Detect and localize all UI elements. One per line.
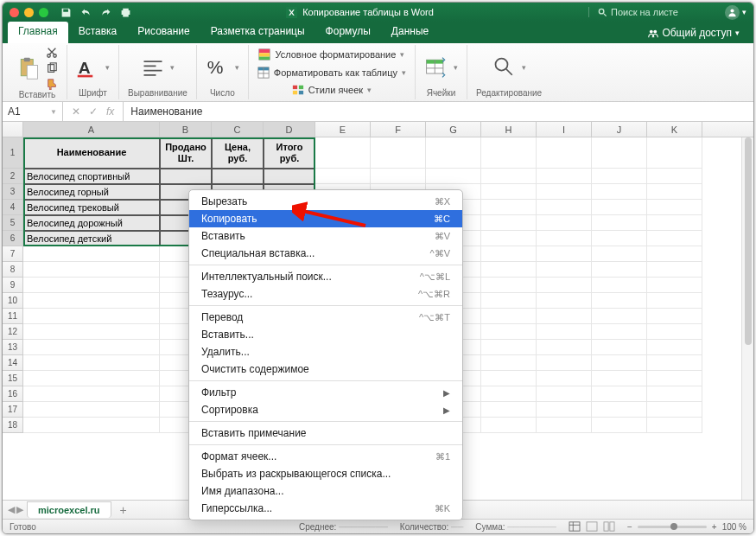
cell[interactable] (371, 137, 426, 169)
sheet-nav-prev[interactable]: ◀ (8, 504, 15, 515)
cell[interactable] (537, 309, 592, 324)
cancel-formula-button[interactable]: ✕ (72, 105, 80, 118)
cell[interactable] (647, 278, 702, 293)
cell[interactable] (23, 309, 160, 324)
column-header-F[interactable]: F (371, 122, 426, 137)
cell[interactable] (592, 371, 647, 386)
cell[interactable] (23, 418, 160, 433)
row-header[interactable]: 8 (3, 262, 23, 278)
cell[interactable] (537, 215, 592, 231)
column-header-G[interactable]: G (426, 122, 481, 137)
cell[interactable] (315, 137, 371, 169)
cell[interactable] (481, 340, 537, 355)
cell[interactable] (537, 340, 592, 355)
cell[interactable] (23, 278, 160, 293)
cell[interactable] (592, 137, 647, 169)
window-close-button[interactable] (10, 8, 19, 17)
cell[interactable] (647, 340, 702, 355)
cell[interactable] (537, 169, 592, 184)
confirm-formula-button[interactable]: ✓ (89, 105, 98, 118)
cell[interactable] (264, 169, 315, 184)
cell[interactable] (647, 137, 702, 169)
row-header[interactable]: 2 (3, 169, 23, 184)
context-menu-item[interactable]: Сортировка▶ (189, 401, 462, 418)
copy-icon[interactable] (46, 62, 58, 74)
redo-icon[interactable] (100, 7, 111, 18)
row-header[interactable]: 17 (3, 402, 23, 418)
cell[interactable] (537, 371, 592, 386)
cell[interactable] (537, 402, 592, 418)
cell[interactable] (537, 246, 592, 262)
cell[interactable] (592, 418, 647, 433)
row-header[interactable]: 15 (3, 371, 23, 386)
context-menu-item[interactable]: Интеллектуальный поиск...^⌥⌘L (189, 268, 462, 285)
cell[interactable] (592, 200, 647, 215)
row-header[interactable]: 3 (3, 184, 23, 200)
row-header[interactable]: 6 (3, 231, 23, 246)
cell[interactable] (23, 262, 160, 278)
context-menu-item[interactable]: Вставить⌘V (189, 227, 462, 245)
cell[interactable] (537, 200, 592, 215)
cell[interactable] (537, 262, 592, 278)
row-header[interactable]: 7 (3, 246, 23, 262)
cell[interactable]: Велосипед трековый (23, 200, 160, 215)
tab-data[interactable]: Данные (381, 22, 439, 43)
row-header[interactable]: 12 (3, 324, 23, 340)
cell[interactable]: Продано Шт. (160, 137, 212, 169)
cell[interactable] (592, 184, 647, 200)
window-maximize-button[interactable] (39, 8, 48, 17)
context-menu-item[interactable]: Вставить... (189, 326, 462, 343)
cell[interactable] (647, 371, 702, 386)
save-icon[interactable] (60, 7, 72, 18)
row-header[interactable]: 1 (3, 137, 23, 169)
cell[interactable] (647, 293, 702, 309)
row-header[interactable]: 4 (3, 200, 23, 215)
cell[interactable] (537, 231, 592, 246)
cell[interactable] (592, 169, 647, 184)
context-menu-item[interactable]: Имя диапазона... (189, 482, 462, 500)
cell[interactable]: Велосипед детский (23, 231, 160, 246)
cell[interactable] (481, 246, 537, 262)
cell[interactable] (23, 246, 160, 262)
cell[interactable] (647, 262, 702, 278)
cell[interactable] (537, 324, 592, 340)
font-button[interactable]: A ▾ (76, 47, 110, 88)
row-header[interactable]: 18 (3, 418, 23, 433)
row-header[interactable]: 5 (3, 215, 23, 231)
cell[interactable] (481, 200, 537, 215)
zoom-out-button[interactable]: − (627, 522, 632, 532)
cell[interactable] (481, 418, 537, 433)
zoom-in-button[interactable]: + (712, 522, 717, 532)
cell[interactable] (647, 184, 702, 200)
cell[interactable] (426, 137, 481, 169)
formula-input[interactable]: Наименование (124, 105, 753, 118)
context-menu-item[interactable]: Удалить... (189, 343, 462, 361)
column-header-J[interactable]: J (592, 122, 647, 137)
context-menu-item[interactable]: Вставить примечание (189, 424, 462, 442)
cell[interactable] (23, 340, 160, 355)
fx-button[interactable]: fx (106, 105, 114, 118)
cell[interactable] (647, 246, 702, 262)
cell[interactable] (23, 386, 160, 402)
align-button[interactable]: ▾ (141, 47, 175, 88)
column-header-B[interactable]: B (160, 122, 212, 137)
cell[interactable] (481, 371, 537, 386)
cell[interactable] (481, 293, 537, 309)
cell[interactable] (481, 231, 537, 246)
cell[interactable] (647, 324, 702, 340)
column-header-K[interactable]: K (647, 122, 702, 137)
tab-insert[interactable]: Вставка (68, 22, 128, 43)
cell[interactable] (537, 355, 592, 371)
cell[interactable] (481, 386, 537, 402)
view-pagebreak-icon[interactable] (603, 521, 615, 532)
cell[interactable] (647, 169, 702, 184)
column-header-C[interactable]: C (212, 122, 264, 137)
row-header[interactable]: 16 (3, 386, 23, 402)
cell[interactable] (212, 169, 264, 184)
cell[interactable] (647, 418, 702, 433)
cell[interactable]: Наименование (23, 137, 160, 169)
cell[interactable] (647, 309, 702, 324)
cell[interactable] (592, 402, 647, 418)
cell[interactable]: Велосипед горный (23, 184, 160, 200)
paste-button[interactable] (16, 56, 41, 80)
